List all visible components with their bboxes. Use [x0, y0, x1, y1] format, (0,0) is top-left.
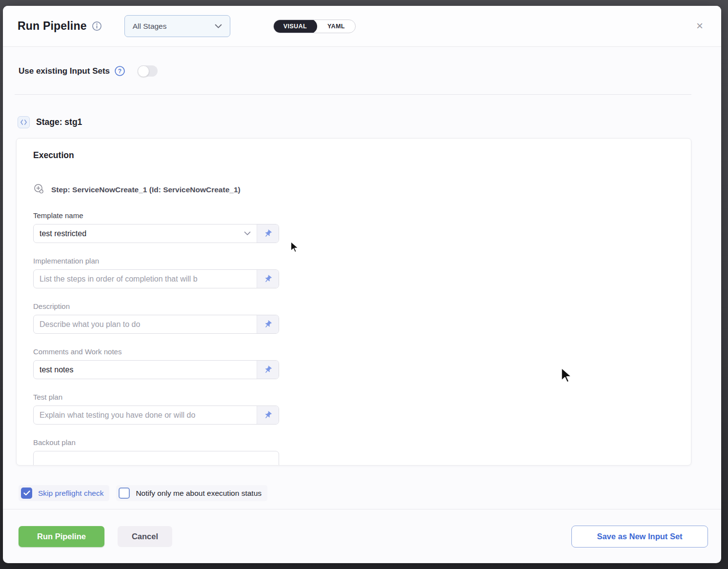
input-sets-toggle[interactable]	[138, 65, 158, 77]
view-mode-toggle: VISUAL YAML	[273, 20, 356, 33]
skip-preflight-group[interactable]: Skip preflight check	[19, 485, 109, 501]
modal-header: Run Pipeline All Stages VISUAL YAML ×	[3, 6, 721, 47]
execution-card: Execution Step: ServiceNowCreate_1 (Id: …	[16, 138, 691, 466]
use-existing-input-sets-label: Use existing Input Sets	[19, 66, 110, 76]
field-label-implementation-plan: Implementation plan	[33, 257, 674, 265]
chevron-down-icon[interactable]	[244, 224, 257, 243]
description-placeholder: Describe what you plan to do	[40, 320, 140, 329]
field-label-test-plan: Test plan	[33, 393, 674, 401]
stage-scope-value: All Stages	[133, 22, 215, 31]
step-plus-icon	[33, 183, 44, 196]
notify-only-me-group[interactable]: Notify only me about execution status	[116, 485, 267, 501]
pin-icon[interactable]	[257, 361, 279, 379]
stage-icon	[18, 116, 30, 128]
comments-work-notes-value: test notes	[40, 366, 73, 374]
run-pipeline-modal: Run Pipeline All Stages VISUAL YAML × Us…	[3, 6, 721, 563]
step-row: Step: ServiceNowCreate_1 (Id: ServiceNow…	[33, 183, 674, 196]
svg-text:?: ?	[118, 68, 121, 75]
notify-only-me-label: Notify only me about execution status	[136, 489, 262, 498]
run-pipeline-button[interactable]: Run Pipeline	[19, 526, 104, 547]
description-input[interactable]: Describe what you plan to do	[33, 315, 279, 334]
close-icon[interactable]: ×	[692, 19, 708, 34]
tab-visual[interactable]: VISUAL	[273, 20, 317, 33]
use-existing-input-sets-row: Use existing Input Sets ?	[3, 47, 721, 77]
step-title: Step: ServiceNowCreate_1 (Id: ServiceNow…	[51, 185, 241, 194]
modal-body: Use existing Input Sets ? Stage: stg1 Ex…	[3, 47, 721, 509]
pin-icon[interactable]	[257, 406, 279, 424]
stage-title: Stage: stg1	[36, 117, 82, 127]
field-label-backout-plan: Backout plan	[33, 438, 674, 447]
test-plan-input[interactable]: Explain what testing you have done or wi…	[33, 406, 279, 425]
info-icon[interactable]	[92, 21, 102, 31]
stage-row: Stage: stg1	[3, 95, 721, 128]
chevron-down-icon	[215, 22, 222, 31]
pin-icon[interactable]	[257, 270, 279, 288]
modal-footer: Run Pipeline Cancel Save as New Input Se…	[3, 509, 721, 563]
run-options-row: Skip preflight check Notify only me abou…	[3, 466, 721, 501]
comments-work-notes-input[interactable]: test notes	[33, 360, 279, 379]
skip-preflight-label: Skip preflight check	[38, 489, 103, 498]
stage-scope-select[interactable]: All Stages	[124, 15, 230, 37]
skip-preflight-checkbox[interactable]	[21, 488, 32, 499]
field-label-comments-work-notes: Comments and Work notes	[33, 347, 674, 356]
field-label-description: Description	[33, 302, 674, 310]
test-plan-placeholder: Explain what testing you have done or wi…	[40, 411, 195, 420]
implementation-plan-input[interactable]: List the steps in order of completion th…	[33, 269, 279, 288]
help-icon[interactable]: ?	[114, 65, 125, 77]
tab-yaml[interactable]: YAML	[317, 20, 355, 33]
template-name-value: test restricted	[40, 229, 86, 238]
cancel-button[interactable]: Cancel	[118, 526, 172, 547]
template-name-select[interactable]: test restricted	[33, 224, 279, 243]
page-title: Run Pipeline	[18, 20, 87, 33]
implementation-plan-placeholder: List the steps in order of completion th…	[40, 275, 198, 284]
backout-plan-input[interactable]	[33, 451, 279, 466]
template-name-value-area[interactable]: test restricted	[34, 224, 244, 243]
pin-icon[interactable]	[257, 224, 279, 243]
notify-only-me-checkbox[interactable]	[119, 488, 130, 499]
pin-icon[interactable]	[257, 315, 279, 333]
execution-heading: Execution	[33, 150, 674, 161]
field-label-template-name: Template name	[33, 211, 674, 220]
toggle-knob	[138, 65, 149, 77]
save-as-new-input-set-button[interactable]: Save as New Input Set	[571, 526, 708, 548]
